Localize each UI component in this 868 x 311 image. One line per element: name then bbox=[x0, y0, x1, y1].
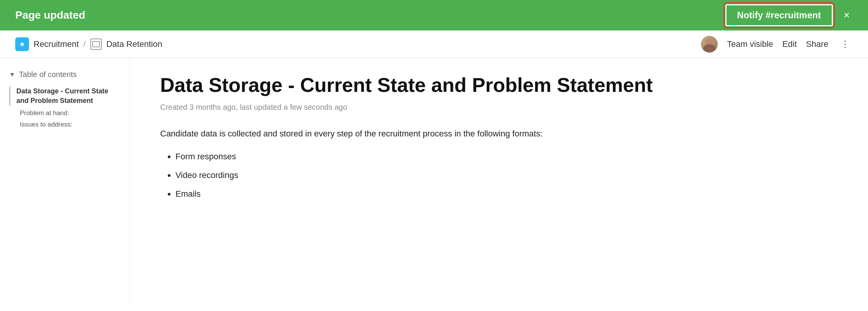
toast-message: Page updated bbox=[15, 9, 85, 21]
avatar[interactable] bbox=[701, 36, 718, 53]
page-title: Data Storage - Current State and Problem… bbox=[160, 73, 837, 97]
list-item: Emails bbox=[175, 187, 837, 200]
page-body: Candidate data is collected and stored i… bbox=[160, 127, 837, 200]
toast-close-button[interactable]: × bbox=[841, 8, 853, 22]
breadcrumb: ★ Recruitment / Data Retention bbox=[15, 37, 162, 51]
toast-actions: Notify #recruitment × bbox=[725, 4, 853, 26]
main-layout: ▼ Table of contents Data Storage - Curre… bbox=[0, 58, 868, 303]
page-icon bbox=[90, 38, 102, 50]
breadcrumb-page[interactable]: Data Retention bbox=[106, 39, 162, 49]
toc-item-sub-2[interactable]: Issues to address: bbox=[9, 120, 120, 129]
toc-item-sub-1[interactable]: Problem at hand: bbox=[9, 109, 120, 118]
sidebar: ▼ Table of contents Data Storage - Curre… bbox=[0, 58, 130, 303]
workspace-icon[interactable]: ★ bbox=[15, 37, 29, 51]
content-area: Data Storage - Current State and Problem… bbox=[130, 58, 868, 303]
body-intro: Candidate data is collected and stored i… bbox=[160, 127, 837, 140]
page-meta: Created 3 months ago, last updated a few… bbox=[160, 103, 837, 112]
toc-header: ▼ Table of contents bbox=[9, 70, 120, 79]
team-visible-button[interactable]: Team visible bbox=[727, 39, 773, 49]
top-nav: ★ Recruitment / Data Retention Team visi… bbox=[0, 30, 868, 58]
toc-title: Table of contents bbox=[19, 70, 77, 79]
bullet-list: Form responses Video recordings Emails bbox=[160, 150, 837, 201]
avatar-image bbox=[701, 36, 718, 53]
breadcrumb-separator: / bbox=[84, 39, 86, 49]
share-button[interactable]: Share bbox=[806, 39, 828, 49]
nav-right: Team visible Edit Share ⋮ bbox=[701, 36, 853, 53]
list-item: Form responses bbox=[175, 150, 837, 163]
more-options-button[interactable]: ⋮ bbox=[837, 37, 853, 51]
breadcrumb-workspace[interactable]: Recruitment bbox=[34, 39, 79, 49]
notify-recruitment-button[interactable]: Notify #recruitment bbox=[725, 4, 833, 26]
toast-banner: Page updated Notify #recruitment × bbox=[0, 0, 868, 30]
edit-button[interactable]: Edit bbox=[782, 39, 797, 49]
list-item: Video recordings bbox=[175, 168, 837, 182]
toc-arrow-icon[interactable]: ▼ bbox=[9, 71, 15, 78]
toc-item-main[interactable]: Data Storage - Current State and Problem… bbox=[9, 87, 120, 106]
